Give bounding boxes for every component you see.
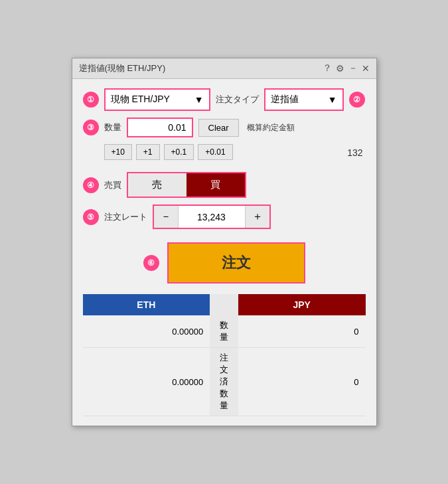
quantity-input[interactable] bbox=[127, 118, 193, 137]
order-type-select[interactable]: 逆指値 ▼ bbox=[264, 88, 344, 111]
rate-group: － ＋ bbox=[153, 204, 271, 229]
quantity-row: ③ 数量 Clear 概算約定金額 bbox=[83, 118, 366, 137]
order-type-value: 逆指値 bbox=[271, 94, 299, 106]
order-type-arrow: ▼ bbox=[328, 94, 337, 105]
inc-1-button[interactable]: +1 bbox=[136, 144, 160, 160]
jpy-value-cell: 0 bbox=[238, 348, 366, 416]
order-rate-row: ⑤ 注文レート － ＋ bbox=[83, 204, 366, 229]
eth-header: ETH bbox=[83, 294, 210, 315]
row-label-cell: 注文済数量 bbox=[210, 348, 238, 416]
clear-button[interactable]: Clear bbox=[198, 119, 239, 137]
instrument-label: 現物 ETH/JPY bbox=[111, 94, 170, 106]
settings-icon[interactable]: ⚙ bbox=[336, 63, 344, 74]
order-type-label: 注文タイプ bbox=[216, 94, 259, 106]
inc-approx-row: +10 +1 +0.1 +0.01 132 bbox=[83, 144, 366, 165]
instrument-row: ① 現物 ETH/JPY ▼ 注文タイプ 逆指値 ▼ ② bbox=[83, 88, 366, 111]
rate-minus-button[interactable]: － bbox=[154, 206, 179, 228]
eth-value-cell: 0.00000 bbox=[83, 315, 210, 348]
balance-table: ETH JPY 0.00000 数量 0 0.00000 注文済数量 0 bbox=[83, 294, 366, 416]
approx-value: 132 bbox=[347, 147, 362, 158]
instrument-select[interactable]: 現物 ETH/JPY ▼ bbox=[104, 88, 210, 111]
order-rate-label: 注文レート bbox=[104, 211, 147, 223]
window-title: 逆指値(現物 ETH/JPY) bbox=[79, 62, 166, 74]
title-bar: 逆指値(現物 ETH/JPY) ？ ⚙ － ✕ bbox=[72, 58, 376, 79]
step1-circle: ① bbox=[83, 92, 99, 108]
title-icons: ？ ⚙ － ✕ bbox=[323, 62, 370, 74]
table-row: 0.00000 数量 0 bbox=[83, 315, 366, 348]
row-label-cell: 数量 bbox=[210, 315, 238, 348]
buy-button[interactable]: 買 bbox=[187, 173, 245, 197]
minimize-icon[interactable]: － bbox=[348, 62, 358, 74]
eth-value-cell: 0.00000 bbox=[83, 348, 210, 416]
sell-buy-group: 売 買 bbox=[127, 172, 246, 198]
rate-input[interactable] bbox=[179, 208, 245, 226]
mid-header bbox=[210, 294, 238, 315]
inc-10-button[interactable]: +10 bbox=[104, 144, 132, 160]
content-area: ① 現物 ETH/JPY ▼ 注文タイプ 逆指値 ▼ ② ③ 数量 Clear … bbox=[72, 79, 376, 426]
step4-circle: ④ bbox=[83, 177, 99, 193]
instrument-arrow: ▼ bbox=[194, 94, 204, 105]
table-header-row: ETH JPY bbox=[83, 294, 366, 315]
table-row: 0.00000 注文済数量 0 bbox=[83, 348, 366, 416]
order-button[interactable]: 注文 bbox=[167, 242, 305, 283]
approx-label: 概算約定金額 bbox=[247, 122, 295, 133]
help-icon[interactable]: ？ bbox=[323, 62, 332, 74]
increment-buttons: +10 +1 +0.1 +0.01 bbox=[104, 144, 233, 160]
quantity-label: 数量 bbox=[104, 121, 121, 133]
sell-buy-row: ④ 売買 売 買 bbox=[83, 172, 366, 198]
approx-value-container: 132 bbox=[233, 144, 366, 159]
order-section: ⑥ 注文 bbox=[83, 242, 366, 283]
inc-0-01-button[interactable]: +0.01 bbox=[198, 144, 232, 160]
rate-plus-button[interactable]: ＋ bbox=[245, 206, 269, 228]
sell-buy-label: 売買 bbox=[104, 179, 121, 191]
step3-circle: ③ bbox=[83, 120, 99, 135]
step2-circle: ② bbox=[349, 92, 365, 108]
sell-button[interactable]: 売 bbox=[128, 173, 187, 197]
main-window: 逆指値(現物 ETH/JPY) ？ ⚙ － ✕ ① 現物 ETH/JPY ▼ 注… bbox=[72, 58, 377, 426]
inc-0-1-button[interactable]: +0.1 bbox=[164, 144, 194, 160]
close-icon[interactable]: ✕ bbox=[362, 63, 370, 74]
step5-circle: ⑤ bbox=[83, 209, 99, 225]
step6-circle: ⑥ bbox=[143, 255, 159, 271]
jpy-value-cell: 0 bbox=[238, 315, 366, 348]
jpy-header: JPY bbox=[238, 294, 366, 315]
